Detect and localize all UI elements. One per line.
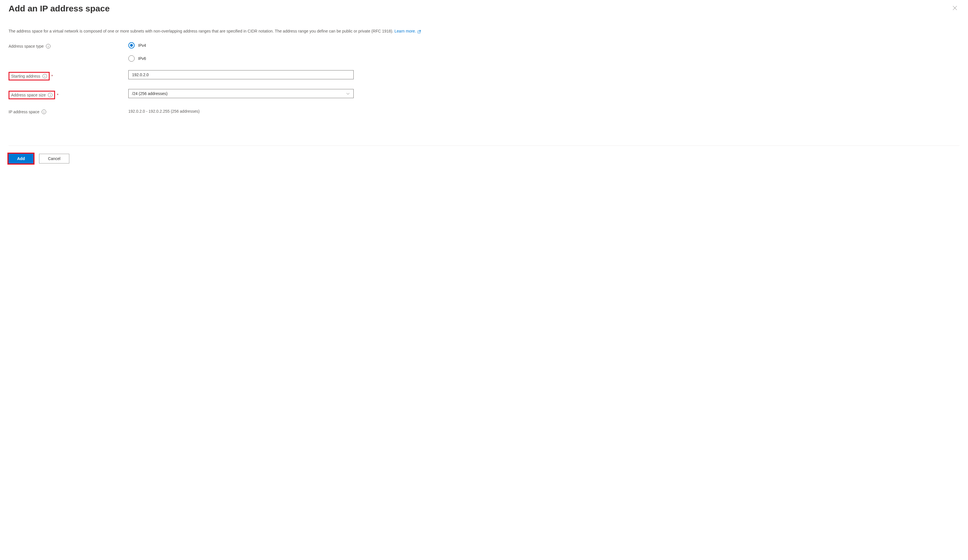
- row-ip-address-space: IP address space i 192.0.2.0 - 192.0.2.2…: [8, 108, 960, 114]
- address-space-size-select[interactable]: /24 (256 addresses): [128, 89, 354, 98]
- description-body: The address space for a virtual network …: [8, 29, 394, 33]
- starting-address-input[interactable]: [128, 70, 354, 79]
- ip-address-space-value: 192.0.2.0 - 192.0.2.255 (256 addresses): [128, 108, 354, 114]
- radio-ipv4[interactable]: IPv4: [128, 42, 354, 48]
- close-icon[interactable]: [950, 3, 960, 14]
- label-starting-address: Starting address: [11, 74, 40, 78]
- radio-button-icon: [128, 42, 134, 48]
- radio-ipv6[interactable]: IPv6: [128, 55, 354, 61]
- required-indicator: *: [51, 74, 53, 78]
- required-indicator: *: [57, 93, 58, 97]
- cancel-button[interactable]: Cancel: [39, 154, 69, 164]
- footer-actions: Add Cancel: [8, 146, 960, 164]
- select-value: /24 (256 addresses): [132, 91, 168, 96]
- highlighted-label: Starting address i: [8, 72, 50, 80]
- label-address-space-type: Address space type: [8, 44, 44, 48]
- pane-header: Add an IP address space: [8, 3, 960, 14]
- add-button[interactable]: Add: [8, 154, 33, 164]
- highlighted-label: Address space size i: [8, 91, 55, 99]
- info-icon[interactable]: i: [46, 44, 50, 48]
- radio-ipv6-label: IPv6: [138, 56, 146, 61]
- row-address-space-type: Address space type i IPv4 IPv6: [8, 42, 960, 61]
- svg-line-3: [419, 30, 421, 32]
- info-icon[interactable]: i: [43, 74, 47, 78]
- address-space-type-radiogroup: IPv4 IPv6: [128, 42, 354, 61]
- row-starting-address: Starting address i *: [8, 70, 960, 80]
- label-ip-address-space: IP address space: [8, 109, 39, 114]
- info-icon[interactable]: i: [48, 93, 53, 97]
- label-address-space-size: Address space size: [11, 93, 46, 97]
- radio-button-icon: [128, 55, 134, 61]
- learn-more-link[interactable]: Learn more.: [394, 29, 421, 33]
- description-text: The address space for a virtual network …: [8, 28, 960, 34]
- info-icon[interactable]: i: [41, 109, 46, 114]
- chevron-down-icon: [346, 91, 350, 96]
- external-link-icon: [417, 30, 421, 33]
- radio-ipv4-label: IPv4: [138, 43, 146, 48]
- page-title: Add an IP address space: [8, 4, 110, 13]
- row-address-space-size: Address space size i * /24 (256 addresse…: [8, 89, 960, 99]
